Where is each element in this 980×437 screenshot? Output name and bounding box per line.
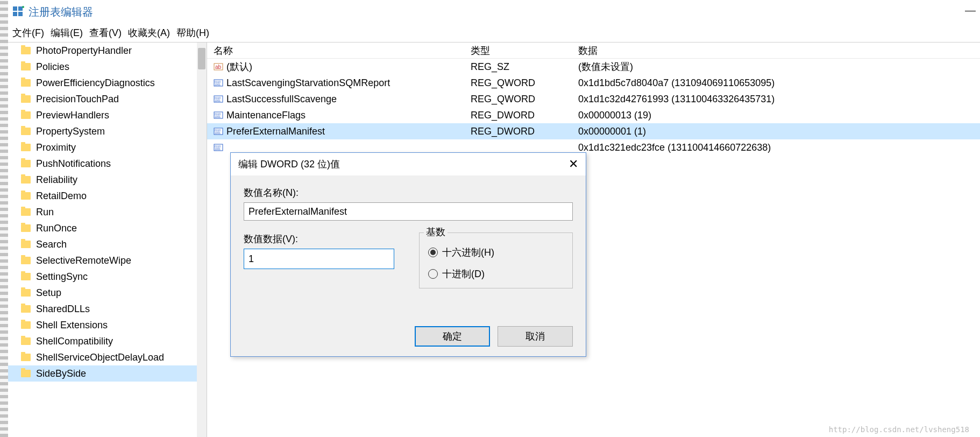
tree-item[interactable]: Proximity xyxy=(8,139,207,156)
tree-item[interactable]: PowerEfficiencyDiagnostics xyxy=(8,75,207,91)
registry-tree-panel[interactable]: PhotoPropertyHandlerPoliciesPowerEfficie… xyxy=(8,43,207,437)
tree-item-label: PhotoPropertyHandler xyxy=(36,45,132,57)
tree-item[interactable]: SettingSync xyxy=(8,269,207,285)
tree-item[interactable]: Shell Extensions xyxy=(8,317,207,333)
list-row[interactable]: ab(默认)REG_SZ(数值未设置) xyxy=(207,59,980,75)
radio-dec[interactable]: 十进制(D) xyxy=(428,263,564,285)
header-name[interactable]: 名称 xyxy=(207,44,471,57)
tree-item[interactable]: RunOnce xyxy=(8,220,207,236)
tree-item-label: PropertySystem xyxy=(36,126,105,137)
folder-icon xyxy=(21,224,31,232)
menu-edit[interactable]: 编辑(E) xyxy=(51,26,83,39)
tree-item[interactable]: Reliability xyxy=(8,172,207,188)
ok-button[interactable]: 确定 xyxy=(415,326,490,347)
list-row[interactable]: 01101001PreferExternalManifestREG_DWORD0… xyxy=(207,123,980,139)
svg-text:ab: ab xyxy=(215,64,222,70)
value-name-label: 数值名称(N): xyxy=(244,186,573,199)
tree-item[interactable]: PropertySystem xyxy=(8,123,207,139)
tree-item-label: Run xyxy=(36,207,54,218)
svg-text:1001: 1001 xyxy=(215,115,221,118)
tree-item[interactable]: RetailDemo xyxy=(8,188,207,204)
tree-scrollbar[interactable] xyxy=(197,43,207,437)
dialog-title: 编辑 DWORD (32 位)值 xyxy=(238,158,340,171)
tree-item-label: Reliability xyxy=(36,174,77,186)
base-fieldset: 基数 十六进制(H) 十进制(D) xyxy=(419,232,573,288)
tree-item[interactable]: PreviewHandlers xyxy=(8,107,207,123)
folder-icon xyxy=(21,257,31,264)
tree-item[interactable]: SideBySide xyxy=(8,365,207,382)
tree-item-label: PowerEfficiencyDiagnostics xyxy=(36,77,155,89)
folder-icon xyxy=(21,144,31,151)
value-name: MaintenanceFlags xyxy=(226,110,306,121)
tree-item[interactable]: SelectiveRemoteWipe xyxy=(8,252,207,269)
tree-item[interactable]: PrecisionTouchPad xyxy=(8,91,207,107)
header-type[interactable]: 类型 xyxy=(471,44,578,57)
app-icon xyxy=(12,6,24,18)
binary-value-icon: 01101001 xyxy=(214,110,223,120)
window-titlebar[interactable]: 注册表编辑器 — xyxy=(8,0,980,24)
value-name: LastSuccessfullScavenge xyxy=(226,94,337,105)
tree-item-label: Shell Extensions xyxy=(36,320,108,331)
svg-text:1001: 1001 xyxy=(215,83,221,86)
watermark: http://blog.csdn.net/lvsheng518 xyxy=(829,425,969,434)
tree-item[interactable]: PhotoPropertyHandler xyxy=(8,43,207,59)
tree-item[interactable]: Run xyxy=(8,204,207,220)
tree-item-label: SelectiveRemoteWipe xyxy=(36,255,131,266)
tree-item[interactable]: Setup xyxy=(8,285,207,301)
tree-item-label: RetailDemo xyxy=(36,191,87,202)
tree-item[interactable]: SharedDLLs xyxy=(8,301,207,317)
tree-item[interactable]: Search xyxy=(8,236,207,252)
value-type: REG_QWORD xyxy=(471,77,578,89)
folder-icon xyxy=(21,79,31,87)
dialog-titlebar[interactable]: 编辑 DWORD (32 位)值 ✕ xyxy=(231,153,586,175)
string-value-icon: ab xyxy=(214,62,223,72)
value-name: PreferExternalManifest xyxy=(226,126,325,137)
dialog-buttons: 确定 取消 xyxy=(415,326,573,347)
menubar: 文件(F) 编辑(E) 查看(V) 收藏夹(A) 帮助(H) xyxy=(8,24,980,42)
list-row[interactable]: 01101001LastScavengingStarvationSQMRepor… xyxy=(207,75,980,91)
radio-hex[interactable]: 十六进制(H) xyxy=(428,242,564,263)
minimize-button[interactable]: — xyxy=(965,4,976,17)
menu-help[interactable]: 帮助(H) xyxy=(176,26,209,39)
menu-view[interactable]: 查看(V) xyxy=(89,26,122,39)
folder-icon xyxy=(21,111,31,119)
list-header: 名称 类型 数据 xyxy=(207,43,980,59)
screenshot-left-strip xyxy=(0,0,8,437)
svg-rect-2 xyxy=(13,12,17,16)
header-data[interactable]: 数据 xyxy=(578,44,980,57)
close-icon[interactable]: ✕ xyxy=(569,157,578,171)
tree-item-label: SettingSync xyxy=(36,271,88,283)
svg-rect-0 xyxy=(13,6,17,11)
tree-item-label: ShellServiceObjectDelayLoad xyxy=(36,352,164,363)
binary-value-icon: 01101001 xyxy=(214,94,223,104)
tree-item[interactable]: Policies xyxy=(8,59,207,75)
tree-item-label: Search xyxy=(36,239,67,250)
scrollbar-thumb[interactable] xyxy=(198,48,205,69)
list-row[interactable]: 01101001MaintenanceFlagsREG_DWORD0x00000… xyxy=(207,107,980,123)
menu-favorites[interactable]: 收藏夹(A) xyxy=(128,26,170,39)
value-name: LastScavengingStarvationSQMReport xyxy=(226,77,390,89)
value-type: REG_DWORD xyxy=(471,126,578,137)
folder-icon xyxy=(21,370,31,377)
svg-text:1001: 1001 xyxy=(215,131,221,135)
folder-icon xyxy=(21,63,31,71)
svg-text:1001: 1001 xyxy=(215,147,221,151)
svg-rect-1 xyxy=(18,6,23,11)
value-data-input[interactable] xyxy=(244,249,394,269)
folder-icon xyxy=(21,354,31,361)
dialog-body: 数值名称(N): 数值数据(V): 基数 十六进制(H) xyxy=(231,175,586,299)
list-row[interactable]: 01101001LastSuccessfullScavengeREG_QWORD… xyxy=(207,91,980,107)
tree-item-label: SharedDLLs xyxy=(36,304,90,315)
value-name-input[interactable] xyxy=(244,202,573,221)
cancel-button[interactable]: 取消 xyxy=(498,326,573,347)
menu-file[interactable]: 文件(F) xyxy=(12,26,44,39)
tree-item-label: PreviewHandlers xyxy=(36,110,109,121)
value-name: (默认) xyxy=(226,60,252,73)
tree-item-label: Setup xyxy=(36,287,61,299)
folder-icon xyxy=(21,241,31,248)
tree-item[interactable]: ShellServiceObjectDelayLoad xyxy=(8,349,207,365)
tree-item[interactable]: PushNotifications xyxy=(8,156,207,172)
base-label: 基数 xyxy=(424,225,448,238)
tree-item[interactable]: ShellCompatibility xyxy=(8,333,207,349)
folder-icon xyxy=(21,208,31,216)
